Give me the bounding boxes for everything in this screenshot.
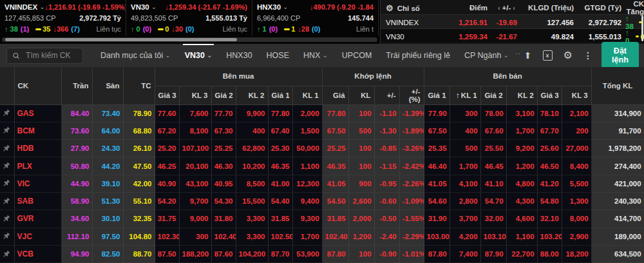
match-vol-cell[interactable]: 500 [348,122,374,139]
sell-vol1-cell[interactable]: 7,400 [450,245,480,262]
buy-vol2-cell[interactable]: 15,500 [236,192,268,209]
sell-price1-cell[interactable]: 54.60 [424,192,450,209]
sell-price2-cell[interactable]: 25.50 [480,140,506,157]
match-price-cell[interactable]: 77.80 [322,104,348,122]
ticker-cell[interactable]: GAS [14,104,61,122]
sell-vol1-cell[interactable]: 3,700 [450,210,480,228]
pin-cell[interactable] [0,104,14,122]
nav-right-icon[interactable]: › [511,4,517,12]
buy-vol1-cell[interactable]: 9,300 [292,210,322,228]
buy-price2-cell[interactable]: 67.30 [211,122,236,139]
buy-vol1-cell[interactable]: 1,500 [292,122,322,139]
tab-trai-phieu-rieng-le[interactable]: Trái phiếu riêng lẻ [379,44,457,67]
reference-column-header[interactable]: TC [123,67,155,104]
sell-price2-cell[interactable]: 103.10 [480,228,506,245]
pin-cell[interactable] [0,175,14,192]
buy-price3-cell[interactable]: 46.25 [155,157,179,175]
sell-price2-cell[interactable]: 54.70 [480,192,506,209]
sell-price2-cell[interactable]: 32.00 [480,210,506,228]
buy-vol2-cell[interactable]: 3,300 [236,210,268,228]
pin-cell[interactable] [0,245,14,262]
floor-column-header[interactable]: Sàn [92,67,123,104]
buy-price2-cell[interactable]: 77.70 [211,104,236,122]
buy-price1-cell[interactable]: 67.40 [268,122,292,139]
pin-cell[interactable] [0,192,14,209]
buy-vol2-cell[interactable]: 62,800 [236,140,268,157]
buy-price1-cell[interactable]: 31.85 [268,210,292,228]
buy-price3-cell[interactable]: 54.20 [155,192,179,209]
match-vol-cell[interactable]: 1,200 [348,228,374,245]
buy-vol1-cell[interactable]: 53,900 [292,245,322,262]
pin-cell[interactable] [0,210,14,228]
sell-vol2-cell[interactable]: 4,600 [506,210,537,228]
pin-cell[interactable] [0,228,14,245]
tab-hose[interactable]: HOSE [260,44,296,67]
match-vol-cell[interactable]: 900 [348,175,374,192]
sell-price3-cell[interactable]: 25.60 [537,140,562,157]
sell-price1-header[interactable]: Giá 1 [424,86,450,104]
buy-price2-cell[interactable]: 25.25 [211,140,236,157]
match-vol-cell[interactable]: 100 [348,157,374,175]
buy-vol1-cell[interactable]: 1,700 [292,228,322,245]
buy-vol1-cell[interactable]: 50,000 [292,140,322,157]
match-vol-header[interactable]: KL [348,86,374,104]
ticker-cell[interactable]: HDB [14,140,61,157]
sell-vol1-cell[interactable]: 1,700 [450,157,480,175]
sell-vol2-cell[interactable]: 9,200 [506,140,537,157]
pin-cell[interactable] [0,122,14,139]
sell-price2-cell[interactable]: 67.60 [480,122,506,139]
sell-vol3-cell[interactable]: 27,000 [562,140,591,157]
match-price-cell[interactable]: 41.05 [322,175,348,192]
sell-vol3-header[interactable]: KL 3 [562,86,591,104]
buy-price1-cell[interactable]: 102.50 [268,228,292,245]
buy-price1-cell[interactable]: 54.40 [268,192,292,209]
sell-price3-cell[interactable]: 88.00 [537,245,562,262]
tab-vn30[interactable]: VN30⌄ [178,44,220,67]
search-input[interactable] [24,50,77,61]
sell-vol3-cell[interactable]: 5,500 [562,175,591,192]
sell-price1-cell[interactable]: 31.90 [424,210,450,228]
buy-vol3-cell[interactable]: 7,600 [179,104,211,122]
buy-price2-cell[interactable]: 40.95 [211,175,236,192]
ticker-cell[interactable]: GVR [14,210,61,228]
sell-vol1-cell[interactable]: 4,100 [450,175,480,192]
chevron-down-icon[interactable]: ⌄ [283,3,288,10]
sell-price3-cell[interactable]: 67.70 [537,122,562,139]
sell-vol3-cell[interactable]: 1,300 [562,192,591,209]
sell-vol2-cell[interactable]: 4,800 [506,175,537,192]
buy-vol2-cell[interactable]: 9,900 [236,104,268,122]
match-price-cell[interactable]: 31.85 [322,210,348,228]
index-box[interactable]: VNINDEX⌄ ↓1,216.91 (-19.69 -1.59%) 127,4… [0,0,126,36]
buy-price2-cell[interactable]: 54.30 [211,192,236,209]
buy-vol2-cell[interactable]: 400 [236,122,268,139]
buy-price3-cell[interactable]: 25.20 [155,140,179,157]
sell-price2-cell[interactable]: 78.00 [480,104,506,122]
match-vol-cell[interactable]: 100 [348,245,374,262]
match-vol-cell[interactable]: 2,600 [348,192,374,209]
ticker-cell[interactable]: VIC [14,175,61,192]
sell-price3-cell[interactable]: 46.50 [537,157,562,175]
buy-price3-header[interactable]: Giá 3 [155,86,179,104]
buy-vol1-header[interactable]: KL 1 [292,86,322,104]
buy-price2-cell[interactable]: 31.80 [211,210,236,228]
buy-price1-cell[interactable]: 77.80 [268,104,292,122]
tab-danh-muc-cua-toi[interactable]: Danh mục của tôi⌄ [93,44,178,67]
buy-vol1-cell[interactable]: 12,300 [292,175,322,192]
sell-vol3-cell[interactable]: 8,400 [562,157,591,175]
buy-price3-cell[interactable]: 102.30 [155,228,179,245]
buy-vol3-cell[interactable]: 20,100 [179,157,211,175]
sell-price1-cell[interactable]: 67.50 [424,122,450,139]
sell-vol1-cell[interactable]: 2,800 [450,192,480,209]
horizontal-scrollbar-thumb[interactable] [5,38,237,41]
match-price-cell[interactable]: 102.40 [322,228,348,245]
buy-vol2-cell[interactable]: 3,300 [236,228,268,245]
tab-hnx30[interactable]: HNX30 [219,44,259,67]
sell-vol3-cell[interactable]: 2,900 [562,228,591,245]
buy-price1-cell[interactable]: 41.00 [268,175,292,192]
sell-vol2-cell[interactable]: 22,700 [506,245,537,262]
buy-vol1-cell[interactable]: 2,000 [292,104,322,122]
match-vol-cell[interactable]: 100 [348,104,374,122]
ticker-cell[interactable]: PLX [14,157,61,175]
buy-vol3-cell[interactable]: 9,700 [179,192,211,209]
sell-price2-cell[interactable]: 41.10 [480,175,506,192]
